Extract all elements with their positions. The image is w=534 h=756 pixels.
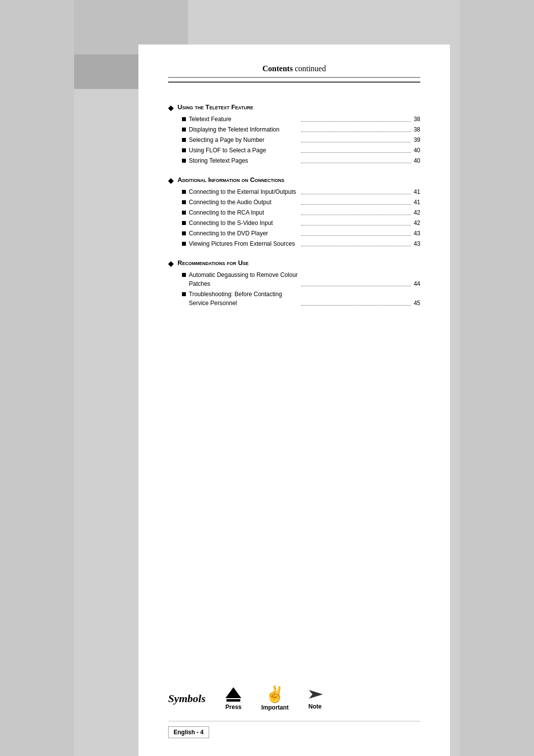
- toc-page: 42: [414, 219, 420, 227]
- toc-page: 38: [414, 125, 420, 134]
- section-title: Recommendations for Use: [178, 259, 249, 267]
- section-title: Additional Information on Connections: [178, 176, 284, 183]
- list-item: Connecting to the DVD Player 43: [182, 229, 420, 238]
- section-heading-recommendations: ◆ Recommendations for Use: [168, 259, 420, 267]
- press-label: Press: [225, 704, 242, 711]
- important-finger-icon: ✌: [265, 686, 285, 702]
- footer-text: English - 4: [168, 726, 209, 738]
- toc-dots: [301, 305, 410, 306]
- toc-text: Connecting to the DVD Player: [189, 229, 298, 238]
- diamond-icon: ◆: [168, 177, 174, 184]
- symbols-label: Symbols: [168, 692, 206, 705]
- toc-text: Using FLOF to Select a Page: [189, 146, 298, 155]
- toc-text: Automatic Degaussing to Remove Colour Pa…: [189, 270, 298, 288]
- list-item: Connecting to the Audio Output 41: [182, 198, 420, 207]
- toc-dots: [301, 152, 410, 153]
- bullet-icon: [182, 273, 186, 277]
- title-bold: Contents: [263, 64, 293, 73]
- bullet-icon: [182, 211, 186, 215]
- toc-dots: [301, 163, 410, 163]
- footer: English - 4: [168, 721, 420, 741]
- toc-list-teletext: Teletext Feature 38 Displaying the Telet…: [168, 115, 420, 165]
- toc-dots: [301, 194, 410, 194]
- bullet-icon: [182, 128, 186, 132]
- bullet-icon: [182, 148, 186, 152]
- toc-dots: [301, 215, 410, 215]
- bullet-icon: [182, 138, 186, 142]
- list-item: Connecting to the RCA Input 42: [182, 208, 420, 217]
- toc-text: Troubleshooting: Before Contacting Servi…: [189, 290, 298, 308]
- toc-dots: [301, 142, 410, 142]
- title-normal: continued: [293, 64, 326, 73]
- toc-page: 41: [414, 198, 420, 207]
- toc-page: 38: [414, 115, 420, 124]
- note-arrow-icon: ➤: [307, 687, 324, 701]
- bullet-icon: [182, 117, 186, 121]
- symbol-important: ✌ Important: [262, 686, 289, 711]
- list-item: Automatic Degaussing to Remove Colour Pa…: [182, 270, 420, 288]
- list-item: Viewing Pictures From External Sources 4…: [182, 239, 420, 248]
- toc-dots: [301, 132, 410, 132]
- list-item: Using FLOF to Select a Page 40: [182, 146, 420, 155]
- section-heading-teletext: ◆ Using the Teletext Feature: [168, 103, 420, 112]
- toc-page: 41: [414, 187, 420, 196]
- title-divider: [168, 77, 420, 78]
- bullet-icon: [182, 242, 186, 246]
- bullet-icon: [182, 190, 186, 194]
- toc-text: Selecting a Page by Number: [189, 135, 298, 144]
- list-item: Displaying the Teletext Information 38: [182, 125, 420, 134]
- content-spacer: [168, 309, 420, 671]
- toc-dots: [301, 204, 410, 205]
- toc-text: Storing Teletext Pages: [189, 156, 298, 165]
- toc-text: Connecting to the External Input/Outputs: [189, 187, 298, 196]
- list-item: Connecting to the External Input/Outputs…: [182, 187, 420, 196]
- toc-text: Displaying the Teletext Information: [189, 125, 298, 134]
- page-content: Contents continued ◆ Using the Teletext …: [138, 44, 450, 756]
- symbol-note: ➤ Note: [309, 687, 322, 710]
- section-title: Using the Teletext Feature: [178, 103, 253, 111]
- press-triangle-icon: [225, 687, 241, 698]
- note-label: Note: [309, 703, 322, 710]
- toc-text: Teletext Feature: [189, 115, 298, 124]
- toc-dots: [301, 235, 410, 236]
- bullet-icon: [182, 221, 186, 225]
- toc-page: 43: [414, 239, 420, 248]
- symbol-press: Press: [225, 687, 242, 711]
- list-item: Selecting a Page by Number 39: [182, 135, 420, 144]
- toc-text: Viewing Pictures From External Sources: [189, 239, 298, 248]
- toc-page: 43: [414, 229, 420, 238]
- bullet-icon: [182, 292, 186, 296]
- press-base-icon: [226, 699, 240, 702]
- toc-dots: [301, 121, 410, 122]
- toc-page: 45: [414, 299, 420, 308]
- toc-text: Connecting to the Audio Output: [189, 198, 298, 207]
- toc-page: 40: [414, 156, 420, 165]
- list-item: Teletext Feature 38: [182, 115, 420, 124]
- bullet-icon: [182, 200, 186, 204]
- toc-text: Connecting to the S-Video Input: [189, 219, 298, 227]
- list-item: Troubleshooting: Before Contacting Servi…: [182, 290, 420, 308]
- diamond-icon: ◆: [168, 260, 174, 267]
- toc-page: 44: [414, 279, 420, 288]
- section-connections: ◆ Additional Information on Connections …: [168, 176, 420, 248]
- toc-dots: [301, 286, 410, 286]
- section-teletext: ◆ Using the Teletext Feature Teletext Fe…: [168, 103, 420, 165]
- toc-dots: [301, 246, 410, 246]
- toc-page: 42: [414, 208, 420, 217]
- toc-list-connections: Connecting to the External Input/Outputs…: [168, 187, 420, 248]
- toc-dots: [301, 225, 410, 225]
- toc-list-recommendations: Automatic Degaussing to Remove Colour Pa…: [168, 270, 420, 308]
- list-item: Connecting to the S-Video Input 42: [182, 219, 420, 227]
- diamond-icon: ◆: [168, 104, 174, 112]
- symbols-section: Symbols Press ✌ Important ➤ Note: [168, 671, 420, 721]
- important-label: Important: [262, 704, 289, 711]
- page-container: Contents continued ◆ Using the Teletext …: [74, 0, 460, 756]
- toc-page: 40: [414, 146, 420, 155]
- section-heading-connections: ◆ Additional Information on Connections: [168, 176, 420, 184]
- toc-page: 39: [414, 135, 420, 144]
- toc-sections: ◆ Using the Teletext Feature Teletext Fe…: [168, 92, 420, 309]
- page-title-section: Contents continued: [168, 64, 420, 83]
- section-recommendations: ◆ Recommendations for Use Automatic Dega…: [168, 259, 420, 308]
- toc-text: Connecting to the RCA Input: [189, 208, 298, 217]
- list-item: Storing Teletext Pages 40: [182, 156, 420, 165]
